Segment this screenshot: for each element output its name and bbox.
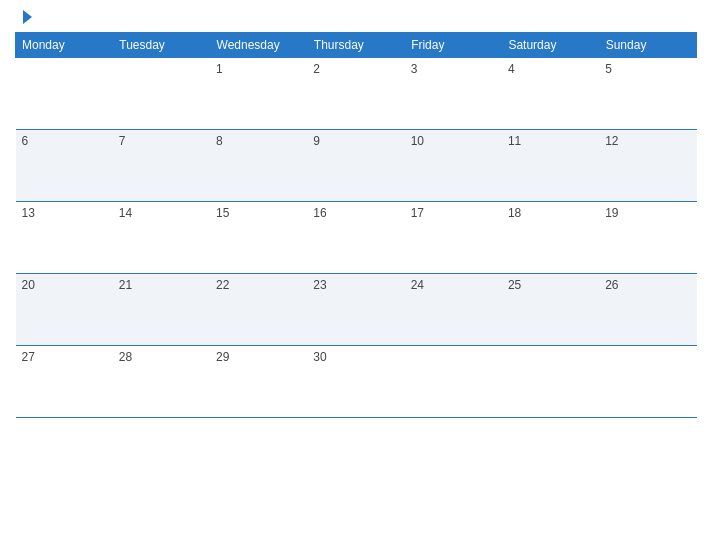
calendar-cell: 6	[16, 130, 113, 202]
calendar-week-row: 20212223242526	[16, 274, 697, 346]
day-number: 24	[411, 278, 496, 292]
calendar-cell	[113, 58, 210, 130]
day-number: 12	[605, 134, 690, 148]
day-number: 15	[216, 206, 301, 220]
calendar-header	[15, 10, 697, 24]
day-number: 29	[216, 350, 301, 364]
calendar-cell: 13	[16, 202, 113, 274]
logo-triangle-icon	[23, 10, 32, 24]
day-number: 23	[313, 278, 398, 292]
calendar-cell: 2	[307, 58, 404, 130]
weekday-header-tuesday: Tuesday	[113, 33, 210, 58]
weekday-header-thursday: Thursday	[307, 33, 404, 58]
calendar-cell: 1	[210, 58, 307, 130]
day-number: 7	[119, 134, 204, 148]
day-number: 2	[313, 62, 398, 76]
calendar-cell	[599, 346, 696, 418]
calendar-cell: 19	[599, 202, 696, 274]
calendar-cell: 15	[210, 202, 307, 274]
calendar-cell: 23	[307, 274, 404, 346]
calendar-cell	[502, 346, 599, 418]
weekday-header-saturday: Saturday	[502, 33, 599, 58]
logo-blue-row	[20, 10, 32, 24]
day-number: 13	[22, 206, 107, 220]
day-number: 9	[313, 134, 398, 148]
day-number: 18	[508, 206, 593, 220]
calendar-week-row: 13141516171819	[16, 202, 697, 274]
calendar-cell: 3	[405, 58, 502, 130]
logo	[20, 10, 32, 24]
weekday-header-friday: Friday	[405, 33, 502, 58]
day-number: 1	[216, 62, 301, 76]
day-number: 11	[508, 134, 593, 148]
day-number: 6	[22, 134, 107, 148]
calendar-grid: MondayTuesdayWednesdayThursdayFridaySatu…	[15, 32, 697, 418]
calendar-cell: 26	[599, 274, 696, 346]
day-number: 21	[119, 278, 204, 292]
day-number: 25	[508, 278, 593, 292]
day-number: 14	[119, 206, 204, 220]
calendar-cell: 17	[405, 202, 502, 274]
weekday-header-sunday: Sunday	[599, 33, 696, 58]
day-number: 27	[22, 350, 107, 364]
calendar-cell: 24	[405, 274, 502, 346]
day-number: 8	[216, 134, 301, 148]
day-number: 17	[411, 206, 496, 220]
calendar-cell: 22	[210, 274, 307, 346]
day-number: 20	[22, 278, 107, 292]
calendar-week-row: 12345	[16, 58, 697, 130]
day-number: 10	[411, 134, 496, 148]
day-number: 28	[119, 350, 204, 364]
calendar-cell: 14	[113, 202, 210, 274]
calendar-cell: 18	[502, 202, 599, 274]
calendar-cell: 4	[502, 58, 599, 130]
calendar-cell: 7	[113, 130, 210, 202]
calendar-cell	[16, 58, 113, 130]
day-number: 3	[411, 62, 496, 76]
day-number: 4	[508, 62, 593, 76]
calendar-cell: 25	[502, 274, 599, 346]
calendar-cell	[405, 346, 502, 418]
calendar-cell: 16	[307, 202, 404, 274]
weekday-header-monday: Monday	[16, 33, 113, 58]
calendar-week-row: 27282930	[16, 346, 697, 418]
weekday-header-wednesday: Wednesday	[210, 33, 307, 58]
calendar-cell: 10	[405, 130, 502, 202]
calendar-cell: 21	[113, 274, 210, 346]
calendar-cell: 30	[307, 346, 404, 418]
day-number: 19	[605, 206, 690, 220]
calendar-cell: 12	[599, 130, 696, 202]
day-number: 26	[605, 278, 690, 292]
calendar-cell: 27	[16, 346, 113, 418]
calendar-cell: 5	[599, 58, 696, 130]
day-number: 5	[605, 62, 690, 76]
day-number: 30	[313, 350, 398, 364]
calendar-cell: 8	[210, 130, 307, 202]
day-number: 22	[216, 278, 301, 292]
calendar-container: MondayTuesdayWednesdayThursdayFridaySatu…	[0, 0, 712, 550]
weekday-header-row: MondayTuesdayWednesdayThursdayFridaySatu…	[16, 33, 697, 58]
calendar-cell: 28	[113, 346, 210, 418]
calendar-week-row: 6789101112	[16, 130, 697, 202]
day-number: 16	[313, 206, 398, 220]
calendar-cell: 29	[210, 346, 307, 418]
calendar-cell: 9	[307, 130, 404, 202]
calendar-cell: 11	[502, 130, 599, 202]
calendar-cell: 20	[16, 274, 113, 346]
